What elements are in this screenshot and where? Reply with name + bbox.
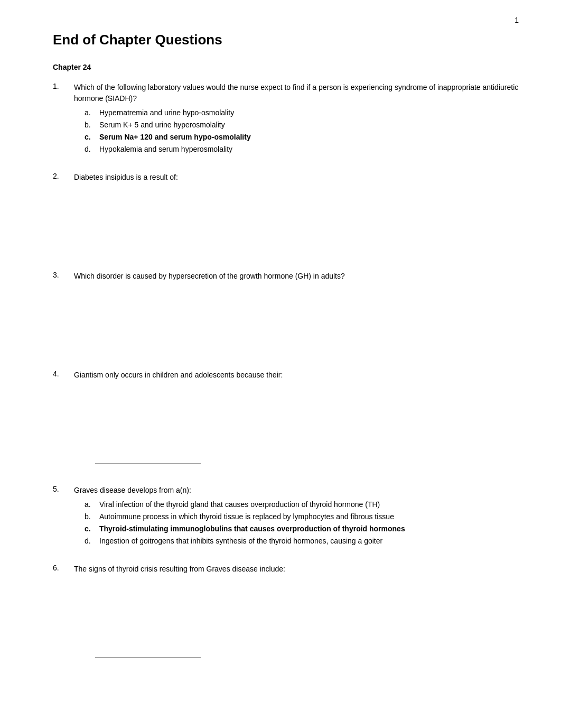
question-5-content: Graves disease develops from a(n): a. Vi… <box>74 485 519 548</box>
answer-1a-text: Hypernatremia and urine hypo-osmolality <box>99 107 519 118</box>
question-4: 4. Giantism only occurs in children and … <box>53 370 519 469</box>
question-5-number: 5. <box>53 485 74 493</box>
question-6-content: The signs of thyroid crisis resulting fr… <box>74 564 519 663</box>
question-2-blank <box>74 186 519 255</box>
chapter-heading: Chapter 24 <box>53 63 519 71</box>
question-1-answers: a. Hypernatremia and urine hypo-osmolali… <box>85 107 519 155</box>
question-4-blank <box>74 384 519 458</box>
question-2-number: 2. <box>53 172 74 180</box>
question-2-content: Diabetes insipidus is a result of: <box>74 172 519 255</box>
answer-5d: d. Ingestion of goitrogens that inhibits… <box>85 536 519 547</box>
question-1-content: Which of the following laboratory values… <box>74 82 519 156</box>
main-title: End of Chapter Questions <box>53 32 519 48</box>
answer-5c-text: Thyroid-stimulating immunoglobulins that… <box>99 523 519 535</box>
answer-1b-text: Serum K+ 5 and urine hyperosmolality <box>99 119 519 131</box>
question-3-text: Which disorder is caused by hypersecreti… <box>74 271 519 282</box>
answer-1a-letter: a. <box>85 107 99 118</box>
question-3: 3. Which disorder is caused by hypersecr… <box>53 271 519 354</box>
question-6-divider <box>95 657 201 658</box>
question-4-content: Giantism only occurs in children and ado… <box>74 370 519 469</box>
question-3-number: 3. <box>53 271 74 279</box>
question-4-text: Giantism only occurs in children and ado… <box>74 370 519 381</box>
answer-5a-letter: a. <box>85 499 99 510</box>
answer-1c-letter: c. <box>85 132 99 143</box>
answer-1b-letter: b. <box>85 119 99 131</box>
question-3-blank <box>74 285 519 354</box>
answer-1c: c. Serum Na+ 120 and serum hypo-osmolali… <box>85 132 519 143</box>
answer-5a-text: Viral infection of the thyroid gland tha… <box>99 499 519 510</box>
answer-5b-letter: b. <box>85 511 99 522</box>
question-1-text: Which of the following laboratory values… <box>74 82 519 104</box>
question-2-text: Diabetes insipidus is a result of: <box>74 172 519 183</box>
answer-1d-text: Hypokalemia and serum hyperosmolality <box>99 144 519 155</box>
answer-1b: b. Serum K+ 5 and urine hyperosmolality <box>85 119 519 131</box>
question-3-content: Which disorder is caused by hypersecreti… <box>74 271 519 354</box>
page: 1 End of Chapter Questions Chapter 24 1.… <box>0 0 561 728</box>
question-5-answers: a. Viral infection of the thyroid gland … <box>85 499 519 547</box>
answer-5b: b. Autoimmune process in which thyroid t… <box>85 511 519 522</box>
question-6-blank <box>74 578 519 652</box>
question-1-number: 1. <box>53 82 74 90</box>
question-4-number: 4. <box>53 370 74 378</box>
question-6-number: 6. <box>53 564 74 572</box>
question-4-divider <box>95 463 201 464</box>
answer-1d: d. Hypokalemia and serum hyperosmolality <box>85 144 519 155</box>
questions-list: 1. Which of the following laboratory val… <box>53 82 519 663</box>
answer-1c-text: Serum Na+ 120 and serum hypo-osmolality <box>99 132 519 143</box>
answer-5c: c. Thyroid-stimulating immunoglobulins t… <box>85 523 519 535</box>
question-6-text: The signs of thyroid crisis resulting fr… <box>74 564 519 575</box>
answer-5a: a. Viral infection of the thyroid gland … <box>85 499 519 510</box>
question-2: 2. Diabetes insipidus is a result of: <box>53 172 519 255</box>
question-5-text: Graves disease develops from a(n): <box>74 485 519 496</box>
answer-5d-letter: d. <box>85 536 99 547</box>
question-5: 5. Graves disease develops from a(n): a.… <box>53 485 519 548</box>
answer-5c-letter: c. <box>85 523 99 535</box>
answer-5b-text: Autoimmune process in which thyroid tiss… <box>99 511 519 522</box>
question-1: 1. Which of the following laboratory val… <box>53 82 519 156</box>
answer-1a: a. Hypernatremia and urine hypo-osmolali… <box>85 107 519 118</box>
page-number: 1 <box>515 16 519 24</box>
answer-1d-letter: d. <box>85 144 99 155</box>
question-6: 6. The signs of thyroid crisis resulting… <box>53 564 519 663</box>
answer-5d-text: Ingestion of goitrogens that inhibits sy… <box>99 536 519 547</box>
